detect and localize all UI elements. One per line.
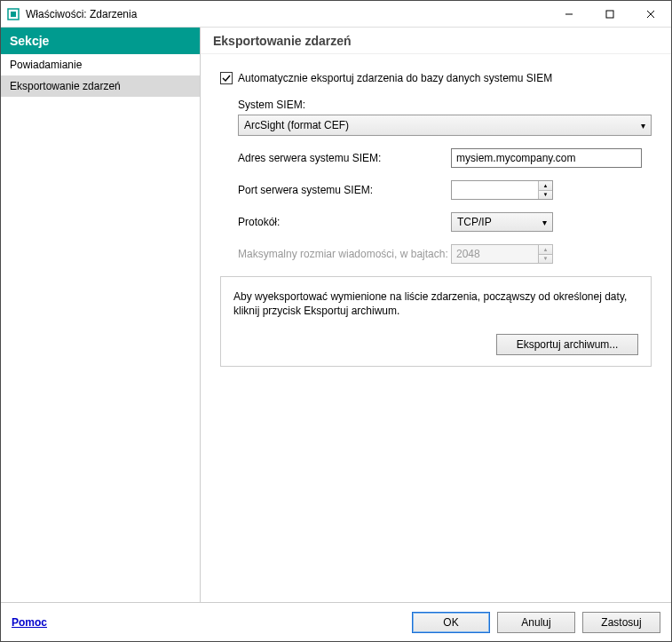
apply-label: Zastosuj bbox=[601, 616, 641, 629]
checkbox-icon bbox=[220, 72, 233, 84]
main-content: Automatycznie eksportuj zdarzenia do baz… bbox=[201, 54, 671, 602]
export-info-text: Aby wyeksportować wymienione na liście z… bbox=[233, 289, 638, 318]
protocol-row: Protokół: TCP/IP ▾ bbox=[220, 212, 652, 232]
maxsize-row: Maksymalny rozmiar wiadomości, w bajtach… bbox=[220, 244, 652, 264]
siem-system-field: System SIEM: ArcSight (format CEF) ▾ bbox=[220, 99, 652, 136]
export-archive-label: Eksportuj archiwum... bbox=[517, 338, 619, 351]
port-label: Port serwera systemu SIEM: bbox=[238, 184, 451, 196]
port-spinner[interactable]: ▲ ▼ bbox=[451, 180, 553, 200]
help-link[interactable]: Pomoc bbox=[12, 616, 47, 629]
maxsize-input bbox=[452, 245, 538, 263]
ok-button[interactable]: OK bbox=[412, 612, 490, 633]
export-archive-button[interactable]: Eksportuj archiwum... bbox=[496, 334, 638, 355]
app-icon bbox=[6, 7, 20, 21]
close-button[interactable] bbox=[630, 1, 671, 27]
apply-button[interactable]: Zastosuj bbox=[582, 612, 660, 633]
protocol-label: Protokół: bbox=[238, 216, 451, 228]
export-archive-box: Aby wyeksportować wymienione na liście z… bbox=[220, 276, 652, 367]
minimize-button[interactable] bbox=[549, 1, 589, 27]
address-input[interactable] bbox=[451, 148, 642, 168]
siem-system-value: ArcSight (format CEF) bbox=[244, 119, 349, 131]
auto-export-checkbox-row[interactable]: Automatycznie eksportuj zdarzenia do baz… bbox=[220, 72, 652, 84]
export-button-row: Eksportuj archiwum... bbox=[233, 334, 638, 355]
spinner-buttons: ▲ ▼ bbox=[538, 245, 552, 263]
protocol-value: TCP/IP bbox=[457, 216, 492, 228]
footer: Pomoc OK Anuluj Zastosuj bbox=[1, 602, 671, 641]
page-title: Eksportowanie zdarzeń bbox=[201, 28, 671, 54]
sidebar-item-notifications[interactable]: Powiadamianie bbox=[1, 54, 200, 75]
help-label: Pomoc bbox=[12, 616, 47, 629]
spinner-down-icon[interactable]: ▼ bbox=[539, 191, 552, 200]
window-title: Właściwości: Zdarzenia bbox=[26, 8, 549, 20]
sidebar-header: Sekcje bbox=[1, 28, 200, 54]
maximize-button[interactable] bbox=[589, 1, 630, 27]
sidebar-item-label: Eksportowanie zdarzeń bbox=[10, 80, 121, 92]
svg-rect-3 bbox=[606, 11, 613, 18]
auto-export-label: Automatycznie eksportuj zdarzenia do baz… bbox=[238, 72, 552, 84]
titlebar: Właściwości: Zdarzenia bbox=[1, 1, 671, 28]
port-input[interactable] bbox=[452, 181, 538, 199]
port-row: Port serwera systemu SIEM: ▲ ▼ bbox=[220, 180, 652, 200]
sidebar-item-export-events[interactable]: Eksportowanie zdarzeń bbox=[1, 75, 200, 97]
main: Eksportowanie zdarzeń Automatycznie eksp… bbox=[201, 28, 671, 602]
address-label: Adres serwera systemu SIEM: bbox=[238, 152, 451, 164]
cancel-label: Anuluj bbox=[521, 616, 550, 629]
spinner-up-icon[interactable]: ▲ bbox=[539, 181, 552, 191]
siem-system-label: System SIEM: bbox=[238, 99, 652, 111]
body: Sekcje Powiadamianie Eksportowanie zdarz… bbox=[1, 28, 671, 602]
spinner-buttons: ▲ ▼ bbox=[538, 181, 552, 199]
ok-label: OK bbox=[443, 616, 458, 629]
sidebar: Sekcje Powiadamianie Eksportowanie zdarz… bbox=[1, 28, 201, 602]
cancel-button[interactable]: Anuluj bbox=[497, 612, 575, 633]
chevron-down-icon: ▾ bbox=[641, 121, 645, 131]
window-controls bbox=[549, 1, 671, 27]
maxsize-label: Maksymalny rozmiar wiadomości, w bajtach… bbox=[238, 248, 451, 260]
protocol-select[interactable]: TCP/IP ▾ bbox=[451, 212, 553, 232]
spinner-up-icon: ▲ bbox=[539, 245, 552, 255]
window: Właściwości: Zdarzenia Sekcje Powiadamia… bbox=[0, 0, 672, 642]
svg-rect-1 bbox=[11, 12, 16, 17]
chevron-down-icon: ▾ bbox=[542, 218, 547, 227]
spinner-down-icon: ▼ bbox=[539, 255, 552, 264]
maxsize-spinner: ▲ ▼ bbox=[451, 244, 553, 264]
siem-system-select[interactable]: ArcSight (format CEF) ▾ bbox=[238, 115, 652, 136]
sidebar-item-label: Powiadamianie bbox=[10, 59, 82, 71]
address-row: Adres serwera systemu SIEM: bbox=[220, 148, 652, 168]
